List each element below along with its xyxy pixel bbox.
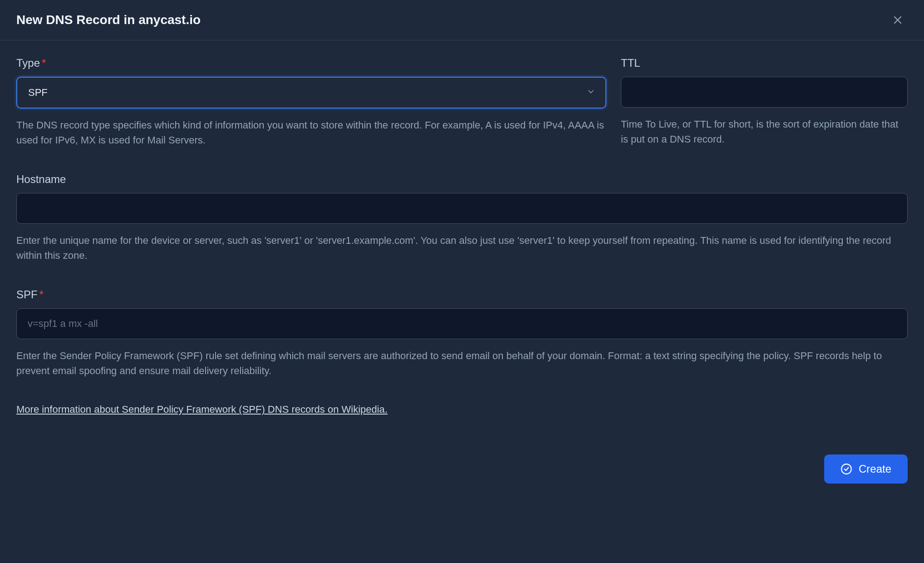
required-indicator: * [42, 57, 46, 69]
check-circle-icon [840, 463, 852, 475]
modal-title: New DNS Record in anycast.io [16, 13, 201, 27]
more-info-link[interactable]: More information about Sender Policy Fra… [16, 404, 388, 415]
ttl-label: TTL [621, 57, 908, 69]
close-button[interactable] [888, 10, 908, 30]
spf-help-text: Enter the Sender Policy Framework (SPF) … [16, 348, 908, 378]
create-button-label: Create [859, 463, 891, 475]
ttl-help-text: Time To Live, or TTL for short, is the s… [621, 117, 908, 147]
type-select[interactable]: SPF [16, 77, 606, 109]
create-button[interactable]: Create [824, 454, 908, 484]
type-label-text: Type [16, 57, 40, 69]
spf-input[interactable] [16, 308, 908, 339]
spf-label-text: SPF [16, 288, 38, 301]
ttl-input[interactable] [621, 77, 908, 108]
required-indicator: * [39, 288, 44, 301]
hostname-input[interactable] [16, 193, 908, 224]
close-icon [891, 14, 904, 26]
hostname-label: Hostname [16, 173, 908, 186]
spf-label: SPF* [16, 288, 908, 301]
svg-point-2 [841, 464, 851, 474]
hostname-help-text: Enter the unique name for the device or … [16, 233, 908, 263]
type-label: Type* [16, 57, 606, 69]
type-help-text: The DNS record type specifies which kind… [16, 118, 606, 148]
